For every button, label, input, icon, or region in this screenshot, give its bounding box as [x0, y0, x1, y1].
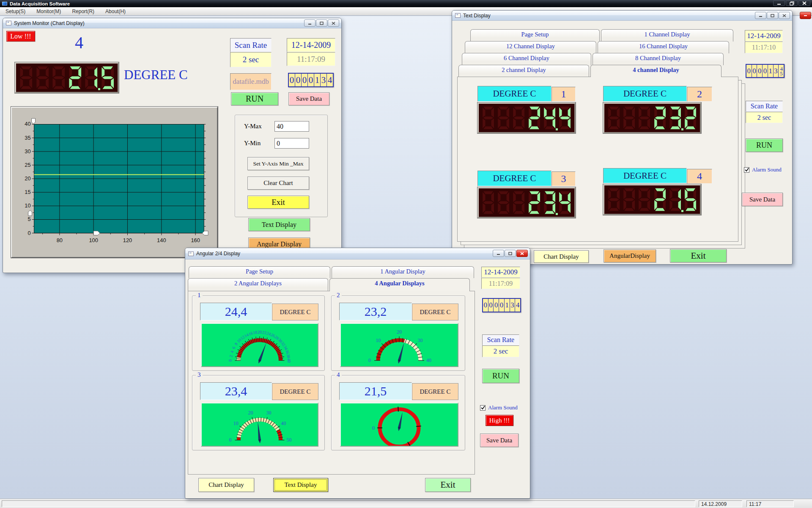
- sample-counter: 0 0 0 0 1 3 4: [288, 73, 334, 87]
- close-button[interactable]: [516, 250, 528, 257]
- text-display-button[interactable]: Text Display: [248, 218, 310, 231]
- clear-chart-button[interactable]: Clear Chart: [247, 177, 309, 190]
- text-window-titlebar[interactable]: Text Display: [452, 11, 792, 21]
- app-close-button[interactable]: [798, 0, 810, 6]
- tab-4-angular[interactable]: 4 Angular Displays: [329, 278, 470, 291]
- alarm-sound-label: Alarm Sound: [488, 404, 518, 411]
- run-button[interactable]: RUN: [231, 92, 278, 105]
- svg-text:4: 4: [229, 350, 234, 353]
- tab-1-angular[interactable]: 1 Angular Display: [332, 266, 474, 278]
- tab-12-channel[interactable]: 12 Channel Display: [465, 41, 596, 53]
- menu-report[interactable]: Report(R): [66, 8, 100, 15]
- chart-display-button[interactable]: Chart Display: [534, 250, 589, 263]
- chart-display-window: System Monitor (Chart Display) Low !!! 4…: [3, 18, 342, 273]
- scan-rate-label: Scan Rate: [230, 38, 272, 52]
- menu-monitor[interactable]: Monitor(M): [31, 8, 66, 15]
- text-display-button[interactable]: Text Display: [273, 478, 328, 492]
- save-data-button[interactable]: Save Data: [742, 193, 783, 206]
- y-min-input[interactable]: [274, 138, 309, 149]
- chart-display-button[interactable]: Chart Display: [198, 478, 254, 492]
- counter-digit: 0: [763, 65, 768, 77]
- svg-text:38: 38: [286, 353, 291, 358]
- svg-text:120: 120: [123, 237, 132, 243]
- gauge-unit: DEGREE C: [412, 304, 458, 320]
- time-field: 11:17:09: [287, 52, 335, 66]
- exit-button[interactable]: Exit: [247, 196, 309, 209]
- run-button[interactable]: RUN: [746, 138, 783, 152]
- svg-text:15: 15: [25, 189, 30, 195]
- angular-gauge: 01020304050: [201, 403, 318, 447]
- close-button[interactable]: [779, 12, 790, 19]
- svg-text:10: 10: [376, 338, 381, 343]
- channel-number-badge: 4: [687, 169, 712, 184]
- gauge-unit: DEGREE C: [412, 383, 458, 400]
- channel-led-display: [477, 102, 576, 133]
- y-max-input[interactable]: [274, 121, 309, 132]
- angular-window-titlebar[interactable]: Angular 2/4 Display: [185, 248, 530, 260]
- app-minimize-button[interactable]: [773, 0, 785, 6]
- status-time: 11:17: [746, 500, 794, 507]
- gauge-value: 21,5: [339, 382, 412, 400]
- svg-text:0: 0: [368, 358, 371, 364]
- counter-digit: 0: [295, 74, 302, 86]
- tab-4-channel[interactable]: 4 channel Display: [590, 65, 721, 77]
- alarm-sound-checkbox[interactable]: [480, 405, 486, 411]
- set-axis-button[interactable]: Set Y-Axis Min _Max: [247, 157, 309, 170]
- svg-text:40: 40: [25, 121, 30, 127]
- counter-digit: 0: [289, 74, 295, 86]
- close-button[interactable]: [328, 19, 339, 27]
- svg-text:50: 50: [287, 438, 292, 443]
- svg-text:20: 20: [258, 330, 262, 334]
- minimize-button[interactable]: [493, 250, 504, 257]
- counter-digit: 4: [327, 74, 333, 86]
- text-display-window: Text Display Page Setup 1 Channel Displa…: [452, 10, 793, 265]
- maximize-button[interactable]: [505, 250, 516, 257]
- angular-display-button[interactable]: AngularDisplay: [604, 249, 656, 262]
- counter-digit: 3: [510, 299, 516, 312]
- svg-text:160: 160: [191, 237, 200, 243]
- datafile-field: datafile.mdb: [230, 73, 272, 90]
- save-data-button[interactable]: Save Data: [480, 433, 518, 447]
- tab-6-channel[interactable]: 6 Channel Display: [462, 53, 591, 65]
- gauge-group-number: 4: [335, 371, 342, 378]
- maximize-button[interactable]: [767, 12, 778, 19]
- tab-2-angular[interactable]: 2 Angular Displays: [188, 278, 328, 291]
- minimize-button[interactable]: [304, 19, 315, 27]
- minimize-button[interactable]: [755, 12, 766, 19]
- menu-setup[interactable]: Setup(S): [0, 8, 31, 15]
- tab-page-setup[interactable]: Page Setup: [189, 266, 330, 278]
- alarm-sound-checkbox[interactable]: [744, 167, 749, 173]
- menu-about[interactable]: About(H): [100, 8, 131, 15]
- svg-text:0: 0: [27, 230, 30, 236]
- app-restore-button[interactable]: [786, 0, 798, 6]
- gauge-group-1: 1 24,4 DEGREE C 024681012141618202224262…: [192, 295, 325, 371]
- angular-gauge: 0: [340, 403, 458, 447]
- tab-1-channel[interactable]: 1 Channel Display: [601, 29, 733, 41]
- channel-led-display: [477, 187, 576, 218]
- tab-8-channel[interactable]: 8 Channel Display: [593, 53, 724, 65]
- chart-canvas[interactable]: 051015202530354080100120140160: [11, 107, 218, 258]
- alarm-sound-row: Alarm Sound: [744, 166, 782, 173]
- exit-button[interactable]: Exit: [670, 249, 727, 262]
- counter-digit: 0: [488, 299, 494, 312]
- channel-number-badge: 1: [551, 87, 576, 102]
- sample-counter: 0 0 0 0 1 3 45: [746, 64, 785, 78]
- app-title: Data Acquisition Software: [10, 1, 70, 6]
- counter-digit: 1: [505, 299, 510, 312]
- run-button[interactable]: RUN: [482, 369, 519, 383]
- led-display: [15, 62, 119, 93]
- gauge-unit: DEGREE C: [272, 304, 318, 320]
- exit-button[interactable]: Exit: [425, 478, 471, 492]
- tab-16-channel[interactable]: 16 Channel Display: [598, 41, 729, 53]
- hidden-window-close-button[interactable]: [800, 12, 811, 19]
- alarm-sound-label: Alarm Sound: [752, 166, 782, 173]
- tab-2-channel[interactable]: 2 channel Display: [458, 65, 589, 77]
- counter-digit: 0: [746, 65, 752, 77]
- save-data-button[interactable]: Save Data: [288, 92, 329, 105]
- gauge-group-number: 2: [335, 292, 342, 299]
- maximize-button[interactable]: [316, 19, 327, 27]
- scan-rate-value: 2 sec: [482, 345, 519, 357]
- tab-page-setup[interactable]: Page Setup: [470, 29, 600, 41]
- main-titlebar[interactable]: Data Acquisition Software: [0, 0, 812, 7]
- chart-window-titlebar[interactable]: System Monitor (Chart Display): [3, 18, 341, 28]
